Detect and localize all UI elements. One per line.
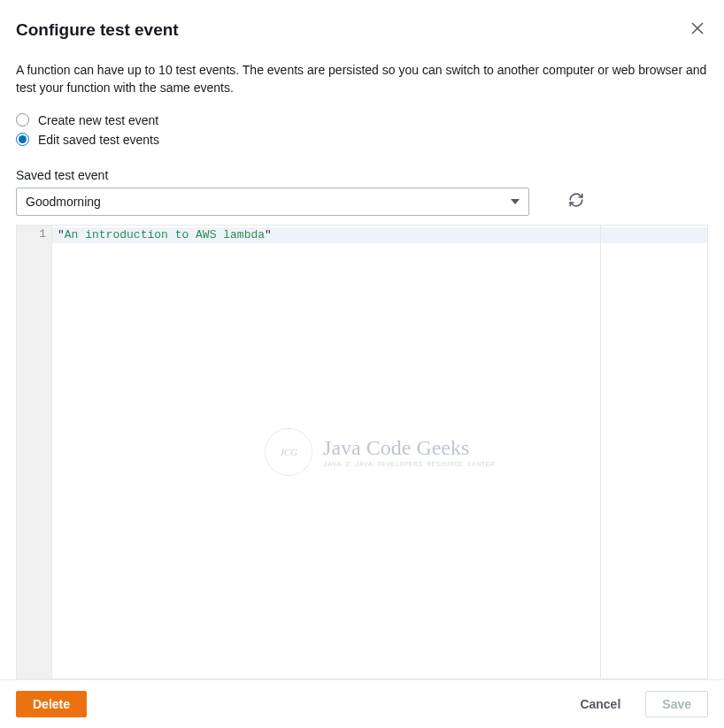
watermark-subtitle: Java 2 Java Developers Resource Center — [323, 460, 495, 468]
editor-print-margin — [600, 226, 601, 678]
radio-label: Edit saved test events — [38, 133, 159, 147]
cancel-button[interactable]: Cancel — [564, 692, 636, 717]
dialog-description: A function can have up to 10 test events… — [16, 61, 708, 97]
saved-event-label: Saved test event — [16, 168, 708, 182]
dialog-header: Configure test event — [0, 0, 724, 50]
save-button[interactable]: Save — [645, 691, 708, 717]
saved-event-row: Goodmorning — [16, 188, 708, 216]
dialog-body: A function can have up to 10 test events… — [0, 50, 724, 679]
delete-button[interactable]: Delete — [16, 691, 87, 717]
refresh-button[interactable] — [565, 188, 588, 214]
event-mode-radio-group: Create new test event Edit saved test ev… — [16, 113, 708, 152]
radio-icon-selected — [16, 133, 29, 146]
footer-right: Cancel Save — [564, 691, 708, 717]
saved-event-select[interactable]: Goodmorning — [16, 188, 529, 216]
configure-test-event-dialog: Configure test event A function can have… — [0, 0, 724, 728]
close-icon — [690, 21, 705, 35]
radio-create-new[interactable]: Create new test event — [16, 113, 708, 127]
watermark-title: Java Code Geeks — [323, 436, 495, 460]
editor-gutter: 1 — [17, 226, 52, 678]
watermark-badge: JCG — [265, 428, 312, 476]
chevron-down-icon — [511, 199, 520, 204]
select-value: Goodmorning — [26, 195, 101, 209]
code-line: "An introduction to AWS lambda" — [52, 227, 707, 243]
refresh-icon — [568, 192, 584, 208]
watermark: JCG Java Code Geeks Java 2 Java Develope… — [265, 428, 495, 476]
line-number: 1 — [17, 227, 46, 241]
close-button[interactable] — [687, 18, 708, 42]
radio-label: Create new test event — [38, 113, 158, 127]
radio-icon — [16, 113, 29, 126]
dialog-footer: Delete Cancel Save — [0, 679, 724, 728]
editor-content[interactable]: "An introduction to AWS lambda" JCG Java… — [52, 226, 707, 678]
radio-edit-saved[interactable]: Edit saved test events — [16, 133, 708, 147]
watermark-text: Java Code Geeks Java 2 Java Developers R… — [323, 436, 495, 468]
code-editor[interactable]: 1 "An introduction to AWS lambda" JCG Ja… — [16, 225, 708, 679]
dialog-title: Configure test event — [16, 20, 179, 40]
